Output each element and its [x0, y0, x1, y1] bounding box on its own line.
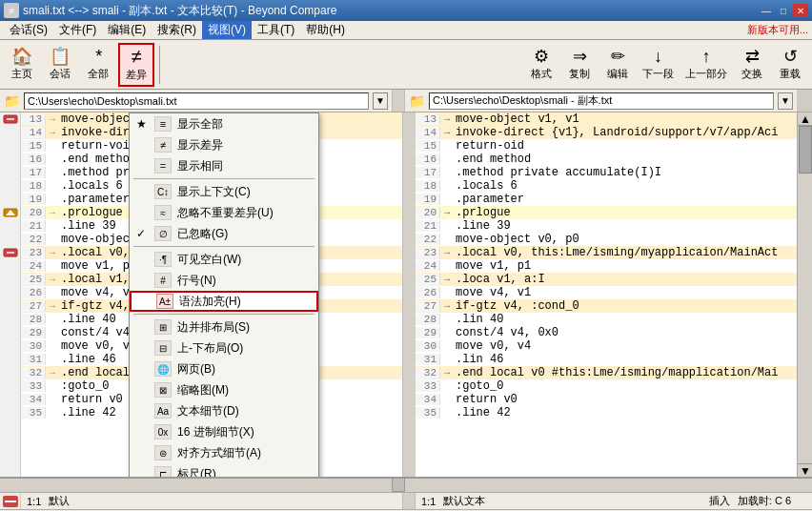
icon-whitespace: ·¶ — [154, 252, 172, 267]
table-row: 30move v0, v4 — [416, 339, 797, 353]
right-scrollbar-top — [797, 90, 812, 112]
menu-view[interactable]: 视图(V) — [202, 21, 252, 39]
table-row: 19.parameter — [416, 193, 797, 206]
view-menu-panel: ★ ≡ 显示全部 ≠ 显示差异 = 显示相同 C↕ 显示上下文(C) — [129, 112, 319, 477]
menu-thumbnail[interactable]: ⊠ 缩略图(M) — [130, 379, 318, 400]
right-scrollbar[interactable]: ▲ ▼ — [797, 112, 812, 477]
table-row: 28.lin 40 — [416, 313, 797, 326]
menu-help[interactable]: 帮助(H) — [300, 21, 351, 39]
icon-unimportant: ≈ — [154, 205, 172, 220]
maximize-button[interactable]: □ — [776, 4, 791, 17]
right-cursor-position: 1:1 — [421, 496, 436, 507]
scroll-corner — [797, 478, 812, 492]
menu-webpage[interactable]: 🌐 网页(B) — [130, 358, 318, 379]
close-button[interactable]: ✕ — [793, 4, 808, 17]
menu-top-bottom[interactable]: ⊟ 上-下布局(O) — [130, 337, 318, 358]
menu-session[interactable]: 会话(S) — [4, 21, 53, 39]
icon-side-by-side: ⊞ — [154, 319, 172, 335]
label-line-numbers: 行号(N) — [177, 273, 311, 289]
menu-show-same[interactable]: = 显示相同 — [130, 155, 318, 176]
toolbar-next-section[interactable]: ↓ 下一段 — [638, 43, 679, 87]
menu-text-detail[interactable]: Aa 文本细节(D) — [130, 400, 318, 421]
menu-ruler[interactable]: ⊏ 标尺(R) — [130, 463, 318, 477]
table-row: 23→.local v0, this:Lme/isming/myapplicai… — [416, 246, 797, 259]
right-code-area[interactable]: 13→move-object v1, v114→invoke-direct {v… — [416, 112, 797, 477]
right-path-input[interactable] — [429, 92, 774, 110]
label-ignored: 已忽略(G) — [177, 226, 311, 242]
gutter-empty-3 — [0, 153, 20, 166]
menu-visible-whitespace[interactable]: ·¶ 可见空白(W) — [130, 249, 318, 270]
toolbar: 🏠 主页 📋 会话 * 全部 ≠ 差异 ⚙ 格式 ⇒ 复制 ✏ 编辑 ↓ 下一段… — [0, 40, 812, 90]
format-icon: ⚙ — [534, 48, 549, 65]
menu-tools[interactable]: 工具(T) — [252, 21, 300, 39]
status-left-gutter — [0, 493, 21, 509]
right-path-dropdown[interactable]: ▼ — [778, 92, 793, 110]
toolbar-sep-1 — [159, 46, 160, 84]
menu-ignored[interactable]: ✓ ∅ 已忽略(G) — [130, 223, 318, 244]
menu-syntax-highlight[interactable]: A± 语法加亮(H) — [130, 291, 318, 312]
toolbar-home[interactable]: 🏠 主页 — [4, 43, 40, 87]
label-show-context: 显示上下文(C) — [177, 184, 311, 200]
minimize-button[interactable]: — — [759, 4, 774, 17]
diff-indicator-3 — [0, 246, 20, 259]
left-status-label: 默认 — [49, 494, 70, 508]
toolbar-copy[interactable]: ⇒ 复制 — [561, 43, 598, 87]
toolbar-edit[interactable]: ✏ 编辑 — [599, 43, 636, 87]
label-show-diff: 显示差异 — [177, 137, 311, 153]
menu-edit[interactable]: 编辑(E) — [102, 21, 152, 39]
label-align-detail: 对齐方式细节(A) — [177, 445, 311, 461]
left-cursor-position: 1:1 — [27, 496, 41, 507]
table-row: 26move v4, v1 — [416, 286, 797, 299]
check-show-all: ★ — [133, 117, 149, 131]
menu-bar: 会话(S) 文件(F) 编辑(E) 搜索(R) 视图(V) 工具(T) 帮助(H… — [0, 21, 812, 40]
icon-align-detail: ⊜ — [154, 445, 172, 460]
toolbar-diff[interactable]: ≠ 差异 — [118, 43, 154, 87]
icon-ruler: ⊏ — [154, 466, 172, 477]
label-webpage: 网页(B) — [177, 361, 311, 378]
icon-top-bottom: ⊟ — [154, 340, 172, 356]
menu-search[interactable]: 搜索(R) — [152, 21, 202, 39]
toolbar-prev-section[interactable]: ↑ 上一部分 — [680, 43, 732, 87]
menu-align-detail[interactable]: ⊜ 对齐方式细节(A) — [130, 442, 318, 463]
left-path-input[interactable] — [24, 92, 369, 110]
toolbar-format[interactable]: ⚙ 格式 — [523, 43, 559, 87]
table-row: 14→invoke-direct {v1}, Landroid/support/… — [416, 126, 797, 139]
menu-show-all[interactable]: ★ ≡ 显示全部 — [130, 113, 318, 134]
toolbar-swap[interactable]: ⇄ 交换 — [734, 43, 770, 87]
table-row: 15return-oid — [416, 139, 797, 153]
check-ignored: ✓ — [133, 227, 149, 240]
icon-thumbnail: ⊠ — [154, 382, 172, 398]
scroll-thumb[interactable] — [799, 126, 812, 174]
menu-show-context[interactable]: C↕ 显示上下文(C) — [130, 181, 318, 202]
center-divider-top — [392, 90, 405, 112]
home-icon: 🏠 — [11, 48, 32, 65]
toolbar-reload[interactable]: ↺ 重载 — [772, 43, 808, 87]
gutter-empty-7 — [0, 219, 20, 233]
gutter-empty-6 — [0, 193, 20, 206]
label-text-detail: 文本细节(D) — [177, 403, 311, 419]
dual-status-bar: 1:1 默认 1:1 默认文本 插入 加载时: C 6 — [0, 492, 812, 509]
menu-hex-detail[interactable]: 0x 16 进制细节(X) — [130, 421, 318, 442]
menu-side-by-side[interactable]: ⊞ 边并排布局(S) — [130, 317, 318, 337]
menu-show-diff[interactable]: ≠ 显示差异 — [130, 134, 318, 155]
center-scroll-panel — [402, 112, 416, 477]
toolbar-copy-label: 复制 — [569, 67, 590, 81]
icon-show-diff: ≠ — [154, 137, 172, 153]
toolbar-reload-label: 重载 — [780, 67, 801, 81]
table-row: 27→if-gtz v4, :cond_0 — [416, 299, 797, 313]
update-notice: 新版本可用... — [747, 23, 808, 37]
toolbar-all[interactable]: * 全部 — [80, 43, 116, 87]
scroll-up-btn[interactable]: ▲ — [798, 112, 812, 126]
app-icon: ≠ — [4, 3, 19, 18]
menu-file[interactable]: 文件(F) — [53, 21, 102, 39]
menu-line-numbers[interactable]: # 行号(N) — [130, 270, 318, 291]
menu-ignore-unimportant[interactable]: ≈ 忽略不重要差异(U) — [130, 202, 318, 223]
toolbar-session[interactable]: 📋 会话 — [42, 43, 78, 87]
left-folder-icon: 📁 — [4, 93, 20, 109]
right-h-scroll[interactable] — [405, 478, 797, 492]
edit-icon: ✏ — [611, 48, 625, 65]
left-path-dropdown[interactable]: ▼ — [373, 92, 388, 110]
scroll-down-btn[interactable]: ▼ — [798, 463, 812, 477]
left-h-scroll[interactable] — [0, 478, 392, 492]
right-status-label2: 插入 — [709, 494, 730, 508]
